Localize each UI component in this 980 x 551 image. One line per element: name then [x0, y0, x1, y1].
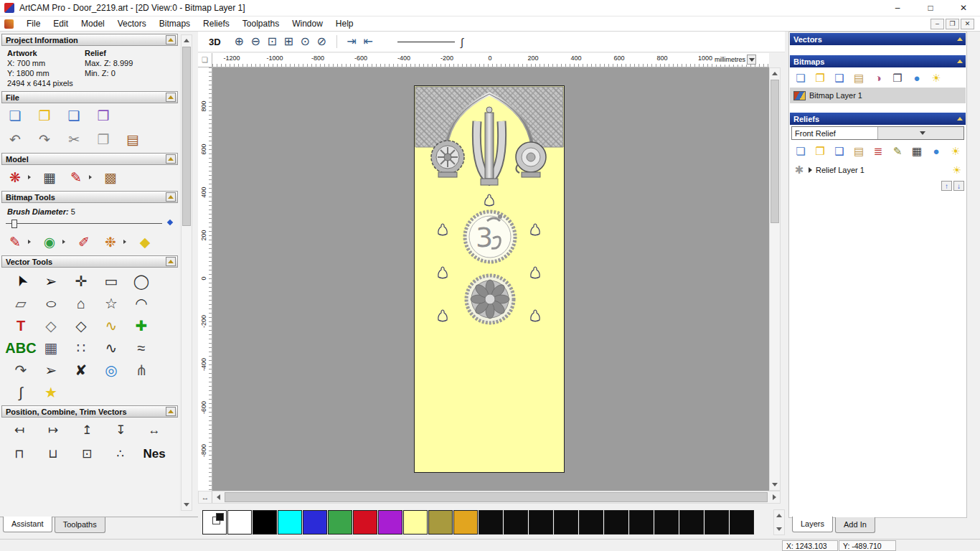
paste-icon[interactable]: ▤ — [123, 131, 142, 148]
relief-visibility-icon[interactable]: ☀ — [952, 164, 961, 176]
rel-new-icon[interactable]: ❏ — [792, 142, 809, 159]
paint-brush-icon[interactable]: ✐ — [75, 233, 93, 250]
model-grid-icon[interactable]: ▦ — [40, 169, 59, 186]
flood-fill-icon[interactable]: ◆ — [136, 233, 154, 250]
tab-add-in[interactable]: Add In — [835, 517, 875, 533]
palette-swatch-1[interactable] — [253, 510, 277, 534]
new-model-icon[interactable]: ❋ — [6, 169, 24, 186]
star-wizard-icon[interactable]: ★ — [36, 381, 66, 403]
menu-edit[interactable]: Edit — [47, 17, 75, 31]
tab-toolpaths[interactable]: Toolpaths — [55, 517, 105, 533]
align-right-icon[interactable]: ↦ — [42, 421, 64, 438]
switch-3d-view-button[interactable]: 3D — [205, 36, 225, 48]
palette-scroll-up[interactable] — [774, 510, 784, 521]
bitmap-layer-item[interactable]: Bitmap Layer 1 — [790, 88, 966, 103]
reliefs-section-header[interactable]: Reliefs — [790, 113, 966, 125]
join-vectors-icon[interactable]: ⋔ — [126, 359, 156, 381]
palette-swatch-10[interactable] — [479, 510, 503, 534]
minimize-button[interactable]: – — [881, 0, 914, 17]
rel-eraser-icon[interactable]: ● — [928, 142, 945, 159]
cut-icon[interactable]: ✂ — [65, 131, 83, 148]
bmp-new-icon[interactable]: ❏ — [792, 69, 809, 86]
paint-draw-dropdown[interactable] — [28, 240, 31, 244]
create-ellipse-icon[interactable]: ○ — [29, 292, 74, 314]
move-layer-up-button[interactable]: ↑ — [941, 181, 952, 191]
fg-bg-colour-swatch[interactable] — [202, 510, 227, 534]
arc-fit-icon[interactable]: ↷ — [6, 359, 36, 381]
palette-swatch-8[interactable] — [428, 510, 453, 534]
vector-arrow-icon[interactable]: ➢ — [36, 359, 66, 381]
brush-diameter-slider[interactable] — [6, 218, 172, 230]
menu-help[interactable]: Help — [329, 17, 360, 31]
snap-left-icon[interactable]: ⇥ — [344, 33, 360, 50]
dropdown-arrow-button[interactable] — [877, 127, 963, 139]
bmp-stack-icon[interactable]: ▤ — [850, 69, 867, 86]
create-arc-icon[interactable]: ◠ — [126, 292, 156, 314]
bmp-open-icon[interactable]: ❐ — [811, 69, 829, 86]
zoom-object-icon[interactable]: ⊘ — [314, 33, 330, 50]
palette-scrollbar[interactable] — [773, 509, 785, 535]
palette-swatch-0[interactable] — [227, 510, 252, 534]
zoom-11-icon[interactable]: ⊙ — [297, 33, 314, 50]
rel-save-icon[interactable]: ❑ — [831, 142, 848, 159]
palette-swatch-4[interactable] — [328, 510, 352, 534]
palette-swatch-12[interactable] — [529, 510, 553, 534]
palette-swatch-17[interactable] — [654, 510, 679, 534]
bmp-paint-icon[interactable]: ◑ — [870, 69, 887, 86]
relief-set-dropdown[interactable]: Front Relief — [791, 126, 964, 140]
redo-icon[interactable]: ↷ — [35, 131, 54, 148]
canvas-vertical-scrollbar[interactable] — [769, 67, 781, 491]
slider-thumb[interactable] — [11, 220, 17, 228]
rel-calc-icon[interactable]: ▦ — [908, 142, 925, 159]
mdi-minimize-button[interactable]: – — [930, 19, 944, 29]
snap-right-icon[interactable]: ⇤ — [360, 33, 377, 50]
menu-model[interactable]: Model — [75, 17, 111, 31]
new-model-dropdown[interactable] — [28, 175, 31, 179]
assistant-scrollbar[interactable] — [181, 34, 192, 511]
palette-swatch-14[interactable] — [579, 510, 603, 534]
zoom-window-icon[interactable]: ⊡ — [264, 33, 281, 50]
menu-file[interactable]: File — [20, 17, 47, 31]
canvas-horizontal-scrollbar[interactable]: ↔ — [198, 491, 781, 504]
close-button[interactable]: ✕ — [947, 0, 980, 17]
import-model-icon[interactable]: ❒ — [94, 107, 113, 124]
fit-curve-icon[interactable]: ∿ — [96, 336, 126, 359]
drawing-canvas[interactable]: 3 — [212, 67, 769, 491]
palette-swatch-19[interactable] — [705, 510, 729, 534]
bitmaps-section-header[interactable]: Bitmaps — [790, 55, 966, 67]
line-style-widget[interactable]: ∫ — [397, 36, 463, 48]
paint-selective-dropdown[interactable] — [62, 240, 65, 244]
align-bottom-icon[interactable]: ↧ — [110, 421, 131, 438]
mdi-restore-button[interactable]: ❐ — [946, 19, 959, 29]
tab-layers[interactable]: Layers — [792, 517, 833, 532]
trim-tool-icon[interactable]: ✘ — [66, 359, 96, 381]
palette-swatch-6[interactable] — [378, 510, 402, 534]
rel-open-icon[interactable]: ❐ — [811, 142, 829, 159]
palette-swatch-5[interactable] — [353, 510, 377, 534]
abc-text-icon[interactable]: ABC — [6, 336, 36, 359]
palette-swatch-15[interactable] — [604, 510, 628, 534]
palette-swatch-7[interactable] — [403, 510, 428, 534]
wrap-text-icon[interactable]: ◇ — [36, 314, 66, 336]
units-dropdown-button[interactable] — [747, 55, 756, 65]
collapse-project-info-button[interactable] — [166, 35, 176, 44]
create-diamond-icon[interactable]: ◇ — [66, 314, 96, 336]
scroll-up-button[interactable] — [182, 35, 192, 46]
menu-reliefs[interactable]: Reliefs — [197, 17, 236, 31]
offset-torus-icon[interactable]: ◎ — [96, 359, 126, 381]
menu-window[interactable]: Window — [286, 17, 329, 31]
paint-selective-icon[interactable]: ◉ — [40, 233, 59, 250]
expand-bitmaps-button[interactable] — [955, 57, 964, 66]
copy-icon[interactable]: ❐ — [94, 131, 113, 148]
palette-swatch-9[interactable] — [453, 510, 478, 534]
palette-swatch-2[interactable] — [278, 510, 302, 534]
nest-dots-icon[interactable]: ∷ — [66, 336, 96, 359]
create-star-icon[interactable]: ☆ — [96, 292, 126, 314]
collapse-model-button[interactable] — [166, 154, 176, 164]
scroll-left-button[interactable] — [212, 491, 224, 503]
nesting-icon[interactable]: Nes — [143, 445, 165, 462]
bmp-light-icon[interactable]: ☀ — [928, 69, 945, 86]
menu-vectors[interactable]: Vectors — [111, 17, 153, 31]
create-rectangle-icon[interactable]: ▭ — [96, 270, 126, 292]
move-layer-down-button[interactable]: ↓ — [953, 181, 964, 191]
